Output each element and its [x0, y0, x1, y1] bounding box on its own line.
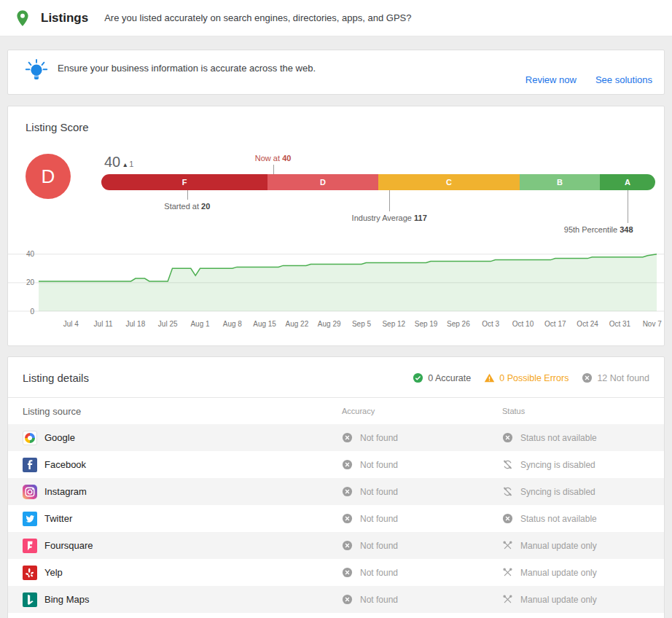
- score-trend-chart: 02040Jul 4Jul 11Jul 18Jul 25Aug 1Aug 8Au…: [8, 240, 664, 334]
- instagram-icon: [23, 485, 37, 499]
- listing-source-name: Twitter: [44, 513, 72, 524]
- x-circle-icon: [342, 513, 353, 524]
- x-circle-icon: [342, 459, 353, 470]
- check-circle-icon: [413, 372, 423, 383]
- svg-text:Oct 24: Oct 24: [577, 320, 598, 328]
- grade-segment-b: B: [520, 174, 600, 190]
- page-title: Listings: [41, 11, 88, 26]
- svg-text:Oct 31: Oct 31: [609, 320, 631, 328]
- x-circle-icon: [502, 513, 513, 524]
- listing-source-name: Foursquare: [44, 540, 93, 551]
- status-text: Status not available: [520, 433, 597, 443]
- status-text: Status not available: [520, 514, 597, 524]
- review-now-link[interactable]: Review now: [526, 74, 577, 85]
- svg-text:Nov 7: Nov 7: [643, 320, 663, 328]
- listing-score-card: Listing Score D 40▴ 1 Now at 40 FDCBA St…: [7, 106, 665, 346]
- table-header: Listing source Accuracy Status: [8, 398, 664, 424]
- summary-0-possible-errors: 0 Possible Errors: [484, 372, 569, 383]
- google-icon: [23, 431, 37, 445]
- listing-source-name: Instagram: [44, 486, 87, 497]
- see-solutions-link[interactable]: See solutions: [595, 74, 652, 85]
- svg-text:Oct 10: Oct 10: [512, 320, 534, 328]
- accuracy-text: Not found: [360, 541, 398, 551]
- svg-text:Aug 15: Aug 15: [253, 320, 276, 328]
- svg-text:Sep 12: Sep 12: [382, 320, 405, 328]
- listing-table-body: GoogleNot foundStatus not availableFaceb…: [8, 424, 664, 618]
- svg-text:Sep 19: Sep 19: [415, 320, 438, 328]
- table-row-yelp: YelpNot foundManual update only: [8, 559, 664, 586]
- status-text: Syncing is disabled: [520, 487, 595, 497]
- x-circle-icon: [582, 372, 593, 383]
- grade-segment-a: A: [600, 174, 655, 190]
- page-header: Listings Are you listed accurately on se…: [0, 0, 672, 36]
- accuracy-text: Not found: [360, 568, 398, 578]
- status-text: Manual update only: [520, 541, 597, 551]
- summary-0-accurate: 0 Accurate: [413, 372, 471, 383]
- details-summary: 0 Accurate0 Possible Errors12 Not found: [413, 372, 649, 383]
- svg-text:0: 0: [30, 308, 34, 316]
- manual-update-icon: [502, 540, 513, 551]
- svg-text:Sep 5: Sep 5: [352, 320, 372, 328]
- status-text: Manual update only: [520, 595, 597, 605]
- svg-text:Aug 22: Aug 22: [286, 320, 309, 328]
- connector-line: [273, 165, 274, 174]
- listing-source-name: Bing Maps: [44, 594, 89, 605]
- accuracy-text: Not found: [360, 460, 398, 470]
- svg-text:Jul 11: Jul 11: [94, 320, 113, 328]
- x-circle-icon: [342, 567, 353, 578]
- table-row-linkedin: inLinkedIn?Reporting not available for t…: [8, 613, 664, 618]
- manual-update-icon: [502, 594, 513, 605]
- status-text: Syncing is disabled: [520, 460, 595, 470]
- manual-update-icon: [502, 567, 513, 578]
- page-subtitle: Are you listed accurately on search engi…: [104, 12, 411, 23]
- column-accuracy: Accuracy: [342, 407, 502, 415]
- connector-line: [389, 190, 390, 211]
- svg-text:Jul 18: Jul 18: [126, 320, 146, 328]
- svg-text:Jul 4: Jul 4: [63, 320, 79, 328]
- table-row-twitter: TwitterNot foundStatus not available: [8, 505, 664, 532]
- listing-details-title: Listing details: [23, 372, 89, 384]
- grade-badge: D: [26, 154, 71, 199]
- accuracy-text: Not found: [360, 487, 398, 497]
- sync-disabled-icon: [502, 459, 513, 470]
- sync-disabled-icon: [502, 486, 513, 497]
- svg-text:40: 40: [26, 250, 35, 258]
- connector-line: [628, 190, 628, 223]
- column-listing-source: Listing source: [23, 406, 342, 417]
- svg-text:Aug 1: Aug 1: [190, 320, 210, 328]
- table-row-facebook: FacebookNot foundSyncing is disabled: [8, 451, 664, 478]
- twitter-icon: [23, 512, 37, 526]
- x-circle-icon: [342, 594, 353, 605]
- svg-text:20: 20: [26, 278, 35, 286]
- table-row-foursquare: FoursquareNot foundManual update only: [8, 532, 664, 559]
- x-circle-icon: [342, 540, 353, 551]
- svg-text:Aug 29: Aug 29: [318, 320, 341, 328]
- yelp-icon: [23, 566, 37, 580]
- location-pin-icon: [13, 9, 32, 28]
- grade-segment-d: D: [267, 174, 378, 190]
- listing-source-name: Facebook: [44, 459, 86, 470]
- accuracy-text: Not found: [360, 595, 398, 605]
- connector-line: [187, 190, 188, 200]
- accuracy-text: Not found: [360, 433, 398, 443]
- x-circle-icon: [342, 432, 353, 443]
- warning-icon: [484, 372, 495, 383]
- table-row-instagram: InstagramNot foundSyncing is disabled: [8, 478, 664, 505]
- info-banner: Ensure your business information is accu…: [7, 50, 665, 95]
- banner-message: Ensure your business information is accu…: [58, 63, 316, 74]
- listing-source-name: Yelp: [44, 567, 63, 578]
- facebook-icon: [23, 458, 37, 472]
- svg-text:Aug 8: Aug 8: [223, 320, 243, 328]
- lightbulb-icon: [23, 58, 50, 86]
- up-caret-icon: ▴: [123, 160, 127, 168]
- foursquare-icon: [23, 539, 37, 553]
- status-text: Manual update only: [520, 568, 597, 578]
- accuracy-text: Not found: [360, 514, 398, 524]
- grade-segment-c: C: [378, 174, 520, 190]
- column-status: Status: [502, 407, 649, 415]
- listing-source-name: Google: [44, 432, 75, 443]
- svg-text:Jul 25: Jul 25: [158, 320, 178, 328]
- grade-bar: FDCBA: [101, 174, 655, 190]
- grade-segment-f: F: [101, 174, 267, 190]
- summary-12-not-found: 12 Not found: [582, 372, 649, 383]
